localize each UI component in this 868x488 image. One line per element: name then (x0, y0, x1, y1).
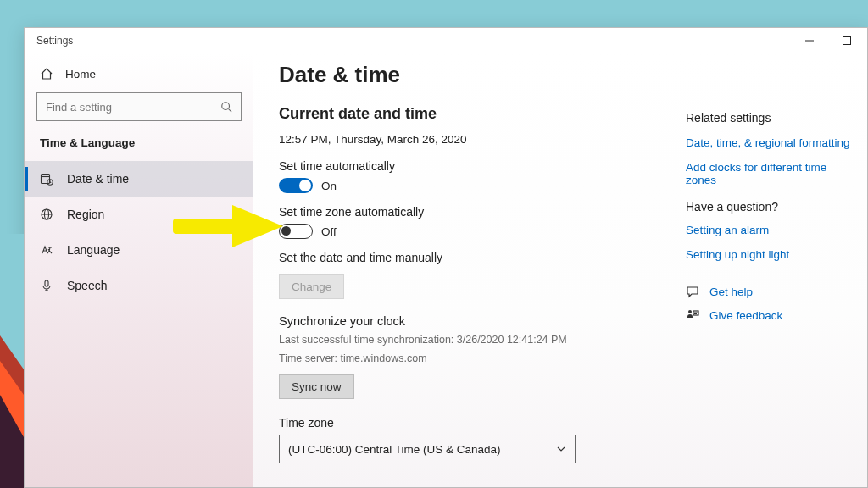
nav-label: Region (67, 208, 104, 221)
current-datetime-value: 12:57 PM, Thursday, March 26, 2020 (279, 133, 669, 146)
home-label: Home (65, 68, 96, 80)
sync-section: Synchronize your clock Last successful t… (279, 314, 669, 413)
sidebar-item-region[interactable]: Region (25, 197, 253, 232)
link-night-light[interactable]: Setting up night light (686, 248, 857, 261)
svg-point-17 (688, 310, 692, 313)
svg-rect-16 (45, 280, 48, 286)
sidebar-item-home[interactable]: Home (25, 62, 253, 92)
section-current-datetime: Current date and time (279, 105, 669, 123)
have-question-title: Have a question? (686, 200, 857, 214)
chat-icon (686, 285, 699, 298)
language-icon (40, 243, 53, 257)
sync-server-text: Time server: time.windows.com (279, 352, 669, 367)
minimize-button[interactable] (791, 28, 828, 53)
sidebar-item-date-time[interactable]: Date & time (25, 161, 253, 197)
sidebar-category: Time & Language (25, 133, 253, 161)
sidebar: Home Find a setting Time & Language Date… (25, 53, 253, 487)
related-settings-title: Related settings (686, 111, 857, 125)
nav-label: Date & time (67, 172, 129, 186)
svg-point-8 (222, 103, 230, 110)
timezone-select[interactable]: (UTC-06:00) Central Time (US & Canada) (279, 435, 576, 463)
chevron-down-icon (556, 444, 566, 454)
content-area: Home Find a setting Time & Language Date… (25, 53, 867, 487)
svg-rect-7 (843, 37, 851, 45)
sync-heading: Synchronize your clock (279, 314, 669, 328)
home-icon (40, 67, 53, 80)
link-setting-alarm[interactable]: Setting an alarm (686, 224, 857, 236)
give-feedback-row[interactable]: Give feedback (686, 308, 857, 322)
maximize-button[interactable] (828, 28, 865, 53)
svg-line-9 (229, 109, 232, 113)
globe-icon (40, 208, 53, 221)
page-title: Date & time (279, 62, 669, 88)
get-help-link: Get help (709, 286, 753, 298)
sync-last-text: Last successful time synchronization: 3/… (279, 333, 669, 348)
sidebar-nav: Date & time Region Language Speech (25, 161, 253, 303)
toggle-set-tz-auto[interactable] (279, 224, 313, 239)
sidebar-item-language[interactable]: Language (25, 232, 253, 268)
change-button[interactable]: Change (279, 274, 344, 299)
label-set-tz-auto: Set time zone automatically (279, 205, 669, 219)
link-regional-formatting[interactable]: Date, time, & regional formatting (686, 136, 857, 149)
link-add-clocks[interactable]: Add clocks for different time zones (686, 161, 857, 186)
microphone-icon (40, 279, 53, 292)
app-title: Settings (36, 35, 73, 47)
get-help-row[interactable]: Get help (686, 285, 857, 298)
nav-label: Speech (67, 279, 107, 292)
right-column: Related settings Date, time, & regional … (677, 62, 862, 487)
label-manual-datetime: Set the date and time manually (279, 251, 669, 264)
search-placeholder: Find a setting (46, 101, 220, 114)
toggle-state-text: On (321, 180, 337, 192)
sidebar-item-speech[interactable]: Speech (25, 268, 253, 303)
window-controls (791, 28, 865, 53)
give-feedback-link: Give feedback (709, 309, 782, 322)
label-timezone: Time zone (279, 416, 669, 430)
title-bar: Settings (25, 28, 867, 53)
search-input[interactable]: Find a setting (36, 92, 242, 121)
search-icon (220, 101, 232, 113)
timezone-value: (UTC-06:00) Central Time (US & Canada) (288, 443, 501, 456)
sync-now-button[interactable]: Sync now (279, 374, 354, 399)
settings-column: Date & time Current date and time 12:57 … (279, 62, 677, 487)
settings-window: Settings Home Find a setting Time & Lang… (24, 27, 868, 488)
toggle-state-text: Off (321, 225, 337, 238)
main-panel: Date & time Current date and time 12:57 … (253, 53, 867, 487)
nav-label: Language (67, 243, 120, 257)
wallpaper-mountains (0, 234, 24, 488)
toggle-set-time-auto[interactable] (279, 178, 313, 193)
svg-rect-10 (42, 175, 50, 184)
feedback-icon (686, 308, 699, 322)
date-time-icon (40, 172, 53, 186)
label-set-time-auto: Set time automatically (279, 159, 669, 173)
